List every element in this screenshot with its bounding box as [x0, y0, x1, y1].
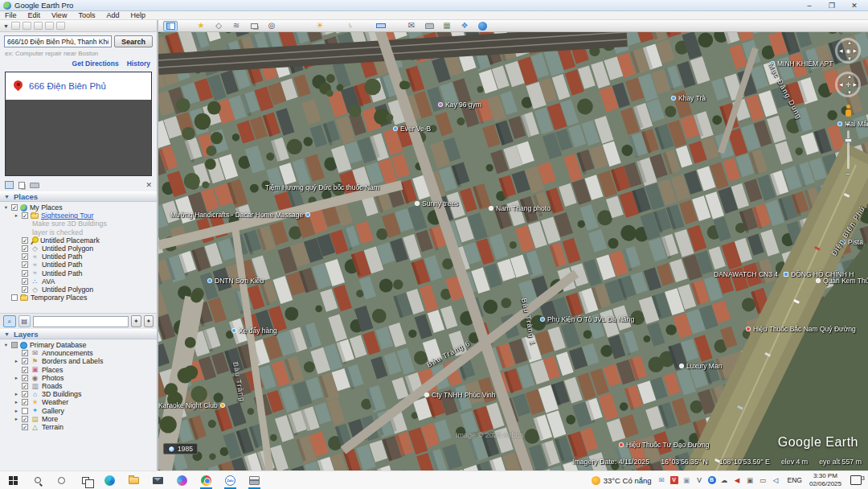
map-viewport[interactable] [158, 32, 868, 471]
layers-item[interactable]: ▸✓▤More [0, 415, 157, 423]
taskbar-chrome-icon[interactable] [199, 473, 213, 488]
poi-dot[interactable] [220, 403, 225, 408]
poi-dot[interactable] [671, 96, 676, 101]
menu-view[interactable]: View [51, 11, 67, 19]
collapse-places-icon[interactable]: ▼ [4, 194, 10, 199]
menu-help[interactable]: Help [130, 11, 145, 19]
search-history-icon[interactable] [45, 22, 54, 30]
tray-cloud-icon[interactable]: ☁ [720, 477, 729, 484]
expand-icon[interactable]: ▸ [14, 212, 19, 219]
places-item[interactable]: ✓◇Untitled Polygon [0, 244, 157, 253]
email-tool-button[interactable]: ✉ [404, 21, 419, 31]
expand-icon[interactable]: ▸ [14, 358, 19, 364]
menu-add[interactable]: Add [106, 11, 119, 19]
tray-image-icon[interactable]: ▣ [682, 477, 691, 484]
menu-file[interactable]: File [5, 11, 17, 19]
maximize-button[interactable] [826, 2, 837, 10]
weather-widget[interactable]: 33°C Có nắng [592, 476, 652, 485]
layers-panel-header[interactable]: ▼ Layers [0, 329, 157, 339]
history-tool-button[interactable] [295, 21, 309, 31]
path-tool-button[interactable]: ≋ [229, 21, 244, 31]
checkbox[interactable]: ✓ [22, 383, 28, 389]
look-joystick[interactable]: ▲▼ ◀▶ ◉ [835, 38, 861, 64]
taskbar-cortana-icon[interactable] [55, 473, 68, 488]
tray-display-icon[interactable]: ▭ [759, 477, 768, 484]
places-item[interactable]: layer is checked [0, 228, 157, 236]
checkbox[interactable]: ✓ [22, 253, 28, 260]
street-view-pegman[interactable] [844, 105, 852, 117]
taskbar-taskview-icon[interactable] [79, 473, 92, 488]
poi-dot[interactable] [770, 61, 775, 66]
search-clear-icon[interactable] [56, 22, 65, 30]
checkbox[interactable] [11, 342, 18, 348]
taskbar-search-icon[interactable] [31, 473, 44, 488]
menu-tools[interactable]: Tools [78, 11, 95, 19]
checkbox[interactable]: ✓ [22, 367, 28, 373]
expand-icon[interactable]: ▾ [3, 342, 9, 348]
places-panel-header[interactable]: ▼ Places [0, 191, 157, 202]
layers-item[interactable]: ✓▥Roads [0, 382, 157, 390]
places-item[interactable]: Temporary Places [0, 294, 157, 302]
layers-item[interactable]: ✓△Terrain [0, 423, 157, 431]
polygon-tool-button[interactable]: ◇ [211, 21, 226, 31]
checkbox[interactable]: ✓ [22, 237, 28, 244]
layers-item[interactable]: ▸✓⚑Borders and Labels [0, 357, 157, 365]
tray-bluetooth-icon[interactable]: B [708, 476, 716, 484]
poi-dot[interactable] [207, 278, 212, 283]
poi-dot[interactable] [784, 272, 788, 277]
checkbox[interactable]: ✓ [22, 286, 28, 293]
places-item[interactable]: ✓∴AVA [0, 277, 157, 286]
zoom-slider[interactable] [842, 121, 854, 179]
expand-icon[interactable]: ▸ [14, 416, 19, 422]
taskbar-mail-icon[interactable] [151, 473, 165, 488]
checkbox[interactable]: ✓ [22, 350, 28, 356]
planets-tool-button[interactable]: ♄ [343, 21, 358, 31]
collapse-search-icon[interactable]: ▼ [3, 23, 9, 29]
globe-tool-button[interactable] [475, 21, 489, 31]
search-button[interactable]: Search [114, 35, 153, 47]
places-item[interactable]: ✓≈Untitled Path [0, 269, 157, 277]
layers-item[interactable]: ▸✓⌂3D Buildings [0, 390, 157, 398]
minimize-button[interactable] [804, 2, 815, 10]
checkbox[interactable]: ✓ [22, 261, 28, 268]
places-item[interactable]: ▸✓Sightseeing Tour [0, 212, 157, 220]
maps-tool-button[interactable]: ❖ [457, 21, 472, 31]
checkbox[interactable]: ✓ [22, 391, 28, 397]
layers-item[interactable]: ▸✦Gallery [0, 407, 157, 415]
expand-icon[interactable]: ▸ [14, 408, 19, 414]
checkbox[interactable]: ✓ [11, 204, 18, 211]
poi-dot[interactable] [619, 442, 624, 447]
poi-dot[interactable] [841, 240, 845, 244]
checkbox[interactable]: ✓ [22, 212, 28, 219]
poi-dot[interactable] [540, 317, 545, 322]
ruler-tool-button[interactable] [374, 21, 388, 31]
notification-center[interactable]: 3 [850, 475, 862, 485]
layers-item[interactable]: ▸✓◉Photos [0, 374, 157, 382]
tour-tool-button[interactable]: ◎ [264, 21, 279, 31]
prev-result-button[interactable]: ✦ [131, 315, 141, 327]
layers-item[interactable]: ✓✉Announcements [0, 349, 157, 357]
collapse-layers-icon[interactable]: ▼ [4, 331, 10, 337]
poi-dot[interactable] [679, 364, 684, 368]
tray-audio-icon[interactable]: ◀ [733, 477, 742, 484]
language-indicator[interactable]: ENG [786, 476, 804, 484]
tray-vietkey-icon[interactable]: V [695, 477, 704, 484]
poi-dot[interactable] [438, 102, 443, 107]
places-item[interactable]: ✓≈Untitled Path [0, 261, 157, 269]
close-button[interactable] [849, 2, 860, 10]
search-filter-icon[interactable] [11, 22, 20, 30]
expand-icon[interactable]: ▸ [14, 399, 19, 405]
checkbox[interactable]: ✓ [22, 270, 28, 277]
menu-edit[interactable]: Edit [28, 11, 41, 19]
taskbar-explorer-icon[interactable] [127, 473, 141, 488]
poi-dot[interactable] [746, 327, 751, 331]
tray-volume-icon[interactable]: ◁ [772, 477, 780, 484]
history-link[interactable]: History [127, 60, 150, 68]
places-item[interactable]: ▾✓My Places [0, 203, 157, 212]
checkbox[interactable] [22, 408, 28, 414]
expand-icon[interactable]: ▾ [3, 204, 9, 211]
places-item[interactable]: ✓≈Untitled Path [0, 253, 157, 261]
search-zoom-icon[interactable] [34, 22, 43, 30]
poi-dot[interactable] [415, 201, 420, 206]
close-results-icon[interactable]: ✕ [145, 181, 152, 189]
